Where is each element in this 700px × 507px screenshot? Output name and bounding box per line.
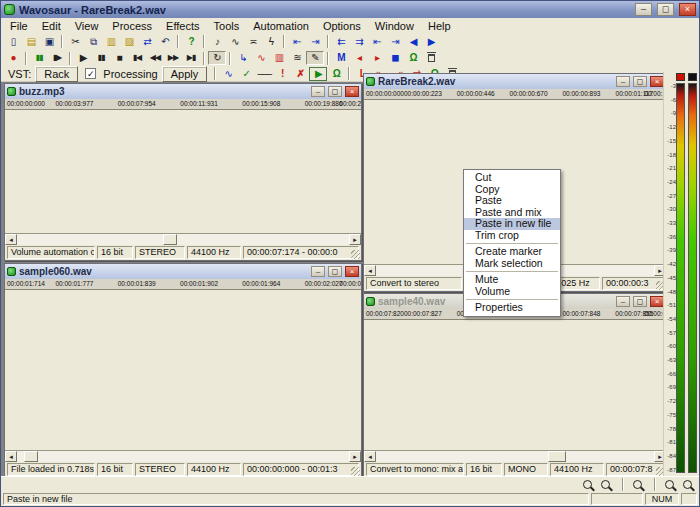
zoom-out-horizontal-icon[interactable]	[601, 480, 610, 489]
automation-curve-button[interactable]: ∿	[219, 67, 237, 81]
context-menu-item[interactable]: Paste in new file	[464, 218, 560, 230]
sample-config-button[interactable]: ≍	[244, 35, 262, 49]
audio-setup-button[interactable]: ϟ	[262, 35, 280, 49]
mute-block-button[interactable]: ◼	[386, 51, 404, 65]
undo-button[interactable]: ↶	[156, 35, 174, 49]
menu-window[interactable]: Window	[368, 20, 421, 32]
cut-button[interactable]: ✂	[66, 35, 84, 49]
open-file-button[interactable]: ▤	[22, 35, 40, 49]
window-close-button[interactable]: ×	[345, 266, 359, 277]
zoom-in-vertical-icon[interactable]	[665, 480, 674, 489]
processing-checkbox[interactable]: ✓	[85, 68, 96, 79]
automation-warn-button[interactable]: !	[273, 67, 291, 81]
minimize-button[interactable]: –	[635, 3, 652, 16]
horizontal-scrollbar[interactable]: ◂ ▸	[5, 450, 361, 462]
nudge-left-button[interactable]: ◂	[350, 51, 368, 65]
previous-marker-button[interactable]: ◀	[404, 35, 422, 49]
scrollbar-track[interactable]	[17, 451, 349, 462]
selection-in-button[interactable]: ⇤	[368, 35, 386, 49]
play-alternate-button[interactable]: ▮▮	[30, 51, 48, 65]
vst-rack-button[interactable]: Rack	[35, 66, 78, 82]
restore-button[interactable]: ◻	[657, 3, 674, 16]
fast-forward-button[interactable]: ▶▶	[164, 51, 182, 65]
stop-button[interactable]: ■	[110, 51, 128, 65]
zoom-out-vertical-icon[interactable]	[683, 480, 692, 489]
automation-validate-button[interactable]: ✓	[237, 67, 255, 81]
paste-button[interactable]: ▥	[102, 35, 120, 49]
menu-process[interactable]: Process	[105, 20, 159, 32]
audio-properties-button[interactable]: ♪	[208, 35, 226, 49]
loop-toggle-button[interactable]: ↻	[208, 51, 226, 65]
window-restore-button[interactable]: ◻	[328, 266, 342, 277]
context-menu-item[interactable]: Properties	[464, 302, 560, 314]
scroll-right-arrow[interactable]: ▸	[349, 451, 361, 462]
menu-tools[interactable]: Tools	[207, 20, 247, 32]
vst-apply-button[interactable]: Apply	[162, 66, 208, 82]
new-file-button[interactable]: ▯	[4, 35, 22, 49]
window-title-bar[interactable]: RareBreak2.wav – ◻ ×	[364, 74, 666, 89]
context-menu-item[interactable]: Volume	[464, 286, 560, 298]
context-menu-item[interactable]: Trim crop	[464, 230, 560, 242]
scroll-left-arrow[interactable]: ◂	[364, 265, 376, 276]
extend-selection-right-button[interactable]: ⇉	[350, 35, 368, 49]
scroll-left-arrow[interactable]: ◂	[5, 234, 17, 245]
insert-wave-button[interactable]: ↳	[234, 51, 252, 65]
statistics-button[interactable]: ∿	[252, 51, 270, 65]
context-menu-item[interactable]: Create marker	[464, 246, 560, 258]
record-button[interactable]: ●	[4, 51, 22, 65]
help-button[interactable]: ?	[182, 35, 200, 49]
scroll-left-arrow[interactable]: ◂	[364, 451, 376, 462]
go-to-end-button[interactable]: ▶▮	[182, 51, 200, 65]
menu-options[interactable]: Options	[316, 20, 368, 32]
window-minimize-button[interactable]: –	[616, 76, 630, 87]
clip-indicator-right[interactable]	[688, 73, 697, 81]
snap-selection-left-button[interactable]: ⇤	[288, 35, 306, 49]
scrollbar-track[interactable]	[376, 451, 654, 462]
timeline-ruler[interactable]: 00:00:00:00000:00:03:97700:00:07:95400:0…	[5, 99, 361, 110]
nudge-right-button[interactable]: ▸	[368, 51, 386, 65]
snap-selection-right-button[interactable]: ⇥	[306, 35, 324, 49]
context-menu-item[interactable]: Paste	[464, 195, 560, 207]
save-file-button[interactable]: ▣	[40, 35, 58, 49]
kick-generator-button[interactable]: ≋	[288, 51, 306, 65]
scroll-right-arrow[interactable]: ▸	[349, 234, 361, 245]
horizontal-scrollbar[interactable]: ◂ ▸	[364, 450, 666, 462]
extend-selection-left-button[interactable]: ⇇	[332, 35, 350, 49]
automation-delete-button[interactable]: ✗	[291, 67, 309, 81]
loop-selection-button[interactable]: ⇄	[138, 35, 156, 49]
selection-out-button[interactable]: ⇥	[386, 35, 404, 49]
context-menu-item[interactable]: Mute	[464, 274, 560, 286]
window-restore-button[interactable]: ◻	[633, 76, 647, 87]
zoom-in-horizontal-icon[interactable]	[583, 480, 592, 489]
menu-edit[interactable]: Edit	[35, 20, 68, 32]
clip-indicator-left[interactable]	[676, 73, 685, 81]
window-close-button[interactable]: ×	[650, 76, 664, 87]
zoom-selection-icon[interactable]	[633, 480, 642, 489]
draw-tool-button[interactable]: ✎	[306, 51, 324, 65]
next-marker-button[interactable]: ▶	[422, 35, 440, 49]
window-restore-button[interactable]: ◻	[633, 296, 647, 307]
app-title-bar[interactable]: Wavosaur - RareBreak2.wav – ◻ ×	[1, 1, 699, 18]
menu-help[interactable]: Help	[421, 20, 458, 32]
delete-document-button[interactable]: ▥	[270, 51, 288, 65]
resize-grip[interactable]	[351, 467, 360, 476]
resize-grip[interactable]	[351, 250, 360, 259]
marker-tool-button[interactable]: M	[332, 51, 350, 65]
playback-config-button[interactable]: ∿	[226, 35, 244, 49]
scrollbar-thumb[interactable]	[548, 451, 566, 462]
lock-button[interactable]: Ω	[404, 51, 422, 65]
close-button[interactable]: ×	[679, 3, 696, 16]
trash-button[interactable]	[422, 51, 440, 65]
window-title-bar[interactable]: buzz.mp3 – ◻ ×	[5, 84, 361, 99]
timeline-ruler[interactable]: 00:00:01:71400:00:01:77700:00:01:83900:0…	[5, 279, 361, 290]
context-menu-item[interactable]: Cut	[464, 172, 560, 184]
menu-view[interactable]: View	[68, 20, 106, 32]
automation-dash-button[interactable]: –––	[255, 67, 273, 81]
window-sample060[interactable]: sample060.wav – ◻ × 00:00:01:71400:00:01…	[4, 263, 362, 478]
window-sample40[interactable]: sample40.wav – ◻ × 00:00:07:82000:00:07:…	[363, 293, 667, 478]
window-close-button[interactable]: ×	[345, 86, 359, 97]
window-minimize-button[interactable]: –	[311, 86, 325, 97]
window-minimize-button[interactable]: –	[311, 266, 325, 277]
horizontal-scrollbar[interactable]: ◂ ▸	[5, 233, 361, 245]
window-restore-button[interactable]: ◻	[328, 86, 342, 97]
